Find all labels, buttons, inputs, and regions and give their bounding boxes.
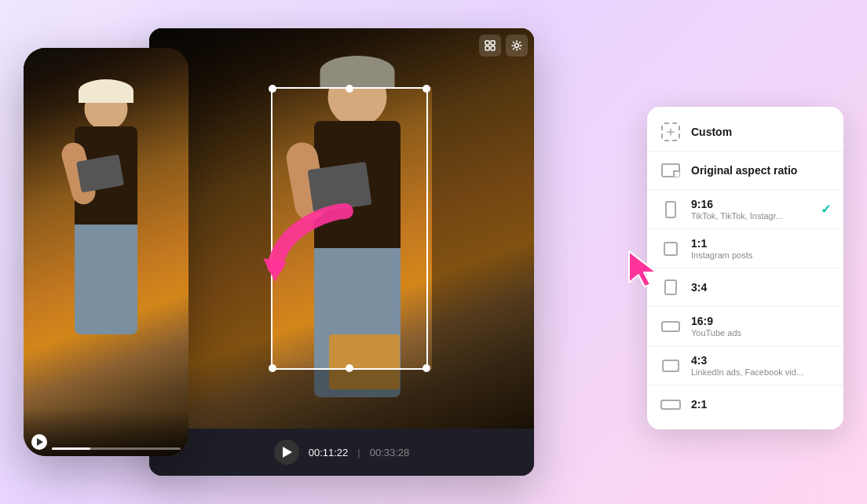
ratio-4-3-text: 4:3 LinkedIn ads, Facebook vid... [691, 354, 831, 377]
ratio-3-4-title: 3:4 [691, 281, 831, 294]
time-total: 00:33:28 [370, 447, 410, 458]
crop-handle-tr[interactable] [423, 85, 430, 93]
crop-handle-bl[interactable] [269, 364, 276, 372]
crop-handle-tl[interactable] [269, 85, 276, 93]
ratio-2-1-title: 2:1 [691, 398, 831, 411]
original-ratio-text: Original aspect ratio [691, 164, 831, 177]
ratio-item-16-9[interactable]: 16:9 YouTube ads [647, 306, 843, 345]
ratio-16-9-text: 16:9 YouTube ads [691, 315, 831, 338]
ratio-16-9-icon [660, 316, 682, 338]
layout-icon-button[interactable] [479, 35, 501, 57]
svg-marker-5 [263, 258, 287, 282]
ratio-4-3-icon [660, 355, 682, 377]
ratio-9-16-subtitle: TikTok, TikTok, Instagr... [691, 211, 811, 221]
phone-progress-bar[interactable] [52, 447, 181, 450]
ratio-1-1-text: 1:1 Instagram posts [691, 237, 831, 260]
phone-preview [24, 48, 188, 456]
ratio-4-3-subtitle: LinkedIn ads, Facebook vid... [691, 367, 831, 377]
ratio-item-4-3[interactable]: 4:3 LinkedIn ads, Facebook vid... [647, 345, 843, 385]
check-icon-9-16: ✓ [821, 202, 831, 217]
ratio-item-3-4[interactable]: 3:4 [647, 268, 843, 306]
crop-overlay-right [432, 87, 534, 370]
ratio-9-16-text: 9:16 TikTok, TikTok, Instagr... [691, 198, 811, 221]
ratio-item-original[interactable]: Original aspect ratio [647, 151, 843, 189]
ratio-item-1-1[interactable]: 1:1 Instagram posts [647, 228, 843, 268]
crop-handle-tc[interactable] [346, 85, 353, 93]
time-separator: | [357, 447, 360, 458]
ratio-item-2-1[interactable]: 2:1 [647, 385, 843, 423]
svg-rect-0 [485, 41, 489, 45]
original-ratio-icon [660, 159, 682, 181]
svg-point-4 [515, 44, 519, 48]
crop-overlay-bottom [149, 370, 534, 429]
ratio-3-4-text: 3:4 [691, 281, 831, 294]
custom-ratio-icon [660, 121, 682, 143]
svg-marker-6 [629, 251, 657, 287]
crop-handle-bc[interactable] [346, 364, 353, 372]
ratio-9-16-title: 9:16 [691, 198, 811, 210]
svg-rect-3 [491, 46, 495, 50]
ratio-1-1-subtitle: Instagram posts [691, 250, 831, 260]
arrow-graphic [259, 195, 361, 290]
original-ratio-title: Original aspect ratio [691, 164, 831, 177]
ratio-2-1-text: 2:1 [691, 398, 831, 411]
ratio-16-9-subtitle: YouTube ads [691, 328, 831, 338]
main-scene: 00:11:22 | 00:33:28 [0, 0, 867, 504]
custom-ratio-text: Custom [691, 126, 831, 138]
video-bottom-bar: 00:11:22 | 00:33:28 [149, 429, 534, 476]
ratio-9-16-icon [660, 199, 682, 221]
ratio-item-9-16[interactable]: 9:16 TikTok, TikTok, Instagr... ✓ [647, 189, 843, 228]
custom-ratio-title: Custom [691, 126, 831, 138]
ratio-4-3-title: 4:3 [691, 354, 831, 367]
svg-rect-1 [491, 41, 495, 45]
crop-overlay-top [149, 28, 534, 87]
settings-icon-button[interactable] [506, 35, 528, 57]
ratio-2-1-icon [660, 393, 682, 415]
aspect-ratio-dropdown: Custom Original aspect ratio 9:16 TikTok… [647, 107, 843, 429]
play-button[interactable] [274, 440, 299, 465]
crop-handle-br[interactable] [423, 364, 430, 372]
cursor-arrow-graphic [625, 247, 664, 294]
ratio-1-1-title: 1:1 [691, 237, 831, 250]
phone-play-button[interactable] [31, 434, 47, 450]
ratio-item-custom[interactable]: Custom [647, 113, 843, 151]
time-current: 00:11:22 [309, 447, 349, 458]
svg-rect-2 [485, 46, 489, 50]
ratio-16-9-title: 16:9 [691, 315, 831, 327]
